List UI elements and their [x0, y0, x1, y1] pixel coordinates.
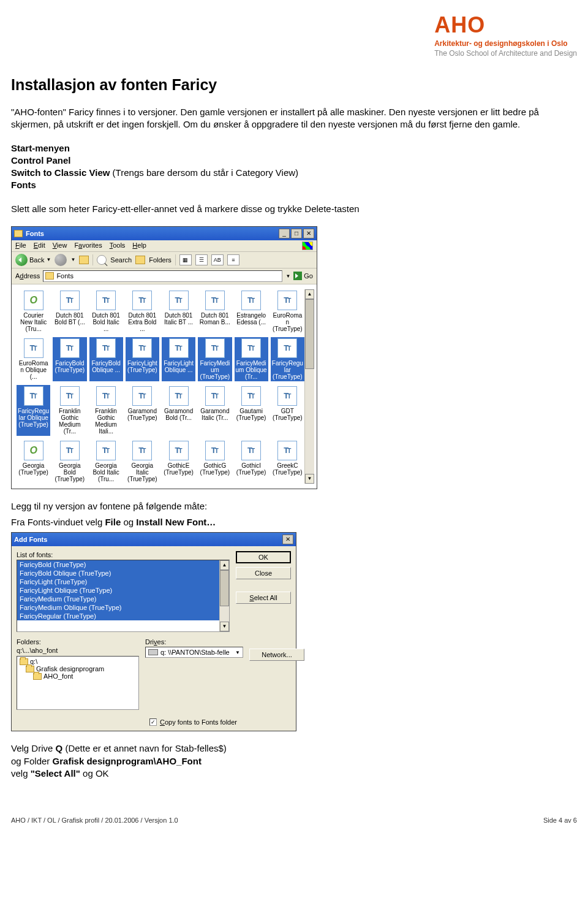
menu-tools[interactable]: Tools	[110, 242, 126, 250]
font-file-icon: TT	[241, 291, 261, 310]
font-item[interactable]: TTGothicE (TrueType)	[162, 440, 195, 484]
select-all-button[interactable]: Select All	[236, 592, 291, 604]
go-icon	[293, 272, 302, 280]
font-file-icon: TT	[60, 291, 80, 310]
font-item[interactable]: TTFaricyBold (TrueType)	[53, 337, 86, 381]
ok-button[interactable]: OK	[236, 551, 291, 563]
folder-drive[interactable]: q:\	[18, 658, 137, 665]
menu-view[interactable]: View	[53, 242, 67, 250]
font-item[interactable]: TTDutch 801 Extra Bold ...	[126, 289, 159, 333]
view-list-button[interactable]: ☰	[195, 254, 208, 265]
font-item[interactable]: TTDutch 801 Bold Italic ...	[89, 289, 123, 333]
scroll-track[interactable]	[305, 299, 314, 474]
font-item[interactable]: TTGothicI (TrueType)	[235, 440, 268, 484]
folders-tree[interactable]: q:\ Grafisk designprogram AHO_font	[17, 656, 139, 710]
font-label: Georgia Italic (TrueType)	[126, 462, 159, 482]
menu-help[interactable]: Help	[132, 242, 146, 250]
fonts-listbox[interactable]: FaricyBold (TrueType)FaricyBold Oblique …	[17, 560, 230, 632]
font-item[interactable]: TTGaramond (TrueType)	[126, 385, 159, 436]
logo-subtitle-no: Arkitektur- og designhøgskolen i Oslo	[434, 39, 577, 48]
step-start: Start-menyen	[11, 143, 70, 153]
back-button[interactable]: Back ▼	[15, 254, 51, 266]
folders-path: q:\...\aho_font	[17, 647, 139, 654]
view-details-button[interactable]: ≡	[227, 254, 239, 265]
font-item[interactable]: TTFaricyRegular Oblique (TrueType)	[17, 385, 50, 436]
font-item[interactable]: TTFaricyMedium (TrueType)	[198, 337, 232, 381]
minimize-button[interactable]: _	[279, 229, 290, 238]
font-item[interactable]: TTEuroRoman Oblique (...	[17, 337, 50, 381]
view-similarity-button[interactable]: AB	[211, 254, 224, 265]
maximize-button[interactable]: □	[291, 229, 302, 238]
font-item[interactable]: TTGothicG (TrueType)	[198, 440, 232, 484]
font-file-icon: TT	[132, 441, 152, 460]
menubar: File Edit View Favorites Tools Help	[12, 240, 317, 252]
font-item[interactable]: TTFranklin Gothic Medium Itali...	[89, 385, 123, 436]
copy-fonts-checkbox[interactable]: ✓	[149, 718, 157, 726]
font-list-row[interactable]: FaricyRegular (TrueType)	[17, 612, 219, 620]
font-item[interactable]: OGeorgia (TrueType)	[17, 440, 50, 484]
font-file-icon: TT	[277, 386, 297, 406]
logo-text: AHO	[434, 12, 577, 38]
list-of-fonts-label: List of fonts:	[17, 551, 230, 558]
scrollbar[interactable]: ▲ ▼	[304, 289, 314, 484]
font-item[interactable]: TTEstrangelo Edessa (...	[235, 289, 268, 333]
search-button[interactable]: Search	[110, 256, 132, 264]
font-item[interactable]: TTGeorgia Italic (TrueType)	[126, 440, 159, 484]
font-item[interactable]: TTDutch 801 Roman B...	[198, 289, 232, 333]
font-item[interactable]: TTGDT (TrueType)	[271, 385, 304, 436]
listbox-scrollbar[interactable]: ▲ ▼	[219, 560, 229, 631]
window-title: Fonts	[26, 230, 279, 237]
folders-button[interactable]: Folders	[149, 256, 172, 264]
up-button[interactable]	[79, 256, 89, 264]
font-list-row[interactable]: FaricyBold (TrueType)	[17, 560, 219, 569]
font-list-row[interactable]: FaricyMedium Oblique (TrueType)	[17, 603, 219, 612]
menu-favorites[interactable]: Favorites	[74, 242, 102, 250]
font-item[interactable]: TTEuroRoman (TrueType)	[271, 289, 304, 333]
font-label: FaricyBold (TrueType)	[53, 360, 86, 373]
forward-dropdown-icon[interactable]: ▼	[70, 257, 75, 262]
folder-current[interactable]: AHO_font	[18, 672, 137, 680]
go-button[interactable]: Go	[293, 272, 313, 280]
font-label: Gautami (TrueType)	[235, 408, 268, 421]
font-item[interactable]: TTFaricyBold Oblique ...	[89, 337, 123, 381]
close-button[interactable]: Close	[236, 567, 291, 579]
font-item[interactable]: TTGeorgia Bold Italic (Tru...	[89, 440, 123, 484]
close-button[interactable]: ✕	[303, 229, 314, 238]
add-fonts-caption-1: Legg til ny versjon av fontene på følgen…	[11, 500, 577, 512]
font-item[interactable]: TTFranklin Gothic Medium (Tr...	[53, 385, 86, 436]
font-list-row[interactable]: FaricyLight Oblique (TrueType)	[17, 586, 219, 595]
font-item[interactable]: TTFaricyRegular (TrueType)	[271, 337, 304, 381]
font-item[interactable]: TTDutch 801 Bold BT (...	[53, 289, 86, 333]
font-item[interactable]: OCourier New Italic (Tru...	[17, 289, 50, 333]
font-item[interactable]: TTGaramond Italic (Tr...	[198, 385, 232, 436]
font-list-row[interactable]: FaricyBold Oblique (TrueType)	[17, 569, 219, 577]
addfonts-close-button[interactable]: ✕	[282, 535, 293, 544]
font-file-icon: TT	[169, 338, 189, 358]
page-title: Installasjon av fonten Faricy	[11, 76, 577, 94]
font-item[interactable]: TTGreekC (TrueType)	[271, 440, 304, 484]
font-item[interactable]: TTFaricyMedium Oblique (Tr...	[235, 337, 268, 381]
forward-button[interactable]	[55, 254, 67, 266]
font-item[interactable]: TTFaricyLight Oblique ...	[162, 337, 195, 381]
font-item[interactable]: TTGeorgia Bold (TrueType)	[53, 440, 86, 484]
font-list-row[interactable]: FaricyMedium (TrueType)	[17, 595, 219, 603]
view-large-icons-button[interactable]: ▦	[179, 254, 192, 265]
address-input[interactable]: Fonts	[43, 270, 282, 282]
menu-file[interactable]: File	[15, 242, 26, 250]
scroll-up-button[interactable]: ▲	[305, 289, 314, 299]
back-dropdown-icon[interactable]: ▼	[46, 257, 51, 262]
scroll-thumb[interactable]	[305, 299, 314, 369]
font-file-icon: TT	[132, 386, 152, 406]
font-item[interactable]: TTFaricyLight (TrueType)	[126, 337, 159, 381]
font-item[interactable]: TTDutch 801 Italic BT ...	[162, 289, 195, 333]
menu-edit[interactable]: Edit	[34, 242, 45, 250]
font-item[interactable]: TTGautami (TrueType)	[235, 385, 268, 436]
font-label: FaricyRegular (TrueType)	[271, 360, 304, 380]
font-item[interactable]: TTGaramond Bold (Tr...	[162, 385, 195, 436]
font-file-icon: TT	[96, 291, 116, 310]
address-dropdown-icon[interactable]: ▼	[285, 273, 290, 279]
scroll-down-button[interactable]: ▼	[305, 474, 314, 484]
font-list-row[interactable]: FaricyLight (TrueType)	[17, 577, 219, 586]
drives-dropdown[interactable]: q: \\PANTON\Stab-felle ▼	[145, 647, 243, 658]
network-button[interactable]: Network...	[249, 649, 304, 661]
